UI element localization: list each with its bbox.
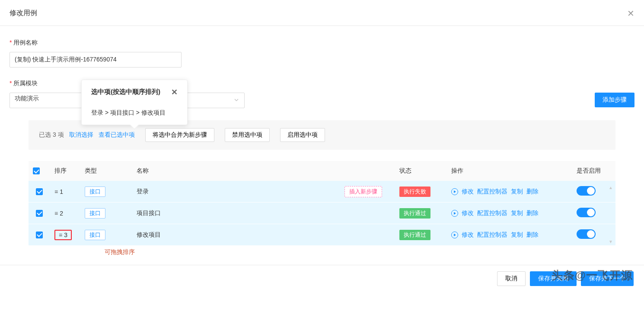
th-enabled: 是否启用 <box>572 161 615 181</box>
enable-toggle[interactable] <box>577 186 596 196</box>
select-all-checkbox[interactable] <box>33 167 40 174</box>
copy-link[interactable]: 复制 <box>511 209 523 216</box>
status-badge: 执行通过 <box>399 208 430 219</box>
add-step-button[interactable]: 添加步骤 <box>595 93 634 107</box>
row-checkbox[interactable] <box>36 232 43 238</box>
delete-link[interactable]: 删除 <box>526 209 539 216</box>
name-input[interactable] <box>10 52 182 68</box>
scroll-down-icon: ▼ <box>609 239 613 244</box>
play-icon[interactable] <box>451 188 458 195</box>
config-link[interactable]: 配置控制器 <box>477 209 507 216</box>
save-next-button[interactable]: 保存并下一个 <box>581 271 634 286</box>
edit-link[interactable]: 修改 <box>462 188 474 195</box>
edit-link[interactable]: 修改 <box>462 209 474 216</box>
type-tag[interactable]: 接口 <box>85 230 105 240</box>
cancel-button[interactable]: 取消 <box>497 271 526 286</box>
drag-highlight: ≡ 3 <box>54 230 72 240</box>
delete-link[interactable]: 删除 <box>526 188 539 195</box>
cancel-selection-link[interactable]: 取消选择 <box>69 131 93 139</box>
row-checkbox[interactable] <box>36 210 43 217</box>
step-name: 修改项目 <box>137 231 161 238</box>
th-status: 状态 <box>395 161 447 181</box>
config-link[interactable]: 配置控制器 <box>477 231 507 238</box>
th-ops: 操作 <box>447 161 572 181</box>
close-icon[interactable]: ✕ <box>627 9 634 18</box>
type-tag[interactable]: 接口 <box>85 187 105 197</box>
disable-button[interactable]: 禁用选中项 <box>225 128 270 142</box>
play-icon[interactable] <box>451 210 458 217</box>
view-selection-link[interactable]: 查看已选中项 <box>99 131 135 139</box>
name-label: *用例名称 <box>10 39 634 47</box>
drag-hint: 可拖拽排序 <box>105 248 634 256</box>
status-badge: 执行失败 <box>399 187 430 197</box>
copy-link[interactable]: 复制 <box>511 231 523 238</box>
chevron-down-icon <box>234 97 239 104</box>
steps-table: 排序 类型 名称 状态 操作 是否启用 ≡ 1 接口 登录插入新步骤 执行失败 … <box>29 161 615 246</box>
step-name: 登录 <box>137 188 149 195</box>
drag-icon[interactable]: ≡ <box>54 189 57 195</box>
selection-count-text: 已选 3 项 <box>39 131 64 139</box>
popover-title: 选中项(按选中顺序排列) <box>91 88 160 96</box>
drag-icon[interactable]: ≡ <box>54 210 57 216</box>
type-tag[interactable]: 接口 <box>85 208 105 219</box>
drag-icon[interactable]: ≡ <box>59 232 61 238</box>
popover-content: 登录 > 项目接口 > 修改项目 <box>91 109 178 117</box>
enable-toggle[interactable] <box>577 229 596 239</box>
copy-link[interactable]: 复制 <box>511 188 523 195</box>
th-order: 排序 <box>50 161 80 181</box>
row-checkbox[interactable] <box>36 188 43 195</box>
th-name: 名称 <box>132 161 395 181</box>
merge-button[interactable]: 将选中合并为新步骤 <box>145 128 214 142</box>
status-badge: 执行通过 <box>399 230 430 240</box>
selection-popover: 选中项(按选中顺序排列) ✕ 登录 > 项目接口 > 修改项目 <box>81 80 188 125</box>
enable-button[interactable]: 启用选中项 <box>280 128 325 142</box>
table-row: ≡ 3 接口 修改项目 执行通过 修改配置控制器复制删除 <box>29 224 615 246</box>
table-row: ≡ 2 接口 项目接口 执行通过 修改配置控制器复制删除 <box>29 203 615 224</box>
modal-title: 修改用例 <box>10 9 37 18</box>
enable-toggle[interactable] <box>577 208 596 217</box>
insert-step-tag[interactable]: 插入新步骤 <box>344 186 382 197</box>
edit-link[interactable]: 修改 <box>462 231 474 238</box>
play-icon[interactable] <box>451 232 458 238</box>
scroll-up-icon: ▲ <box>609 185 613 190</box>
step-name: 项目接口 <box>137 209 161 216</box>
delete-link[interactable]: 删除 <box>526 231 539 238</box>
popover-close-icon[interactable]: ✕ <box>171 88 178 96</box>
config-link[interactable]: 配置控制器 <box>477 188 507 195</box>
th-type: 类型 <box>80 161 132 181</box>
save-close-button[interactable]: 保存并关闭 <box>530 271 577 286</box>
table-row: ≡ 1 接口 登录插入新步骤 执行失败 修改配置控制器复制删除 <box>29 181 615 203</box>
